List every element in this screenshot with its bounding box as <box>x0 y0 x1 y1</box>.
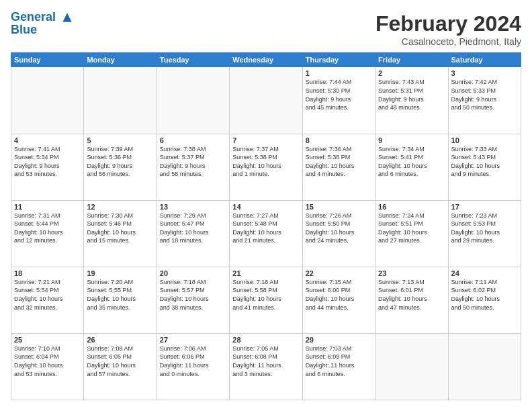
page: General Blue February 2024 Casalnoceto, … <box>0 0 532 411</box>
day-header-tuesday: Tuesday <box>157 53 229 67</box>
calendar-subtitle: Casalnoceto, Piedmont, Italy <box>375 36 521 47</box>
calendar-cell: 13Sunrise: 7:29 AMSunset: 5:47 PMDayligh… <box>157 200 229 267</box>
day-number: 18 <box>14 269 81 277</box>
week-row-2: 11Sunrise: 7:31 AMSunset: 5:44 PMDayligh… <box>11 200 521 267</box>
day-info: Sunrise: 7:41 AMSunset: 5:34 PMDaylight:… <box>14 145 81 179</box>
day-number: 16 <box>378 203 445 211</box>
calendar-cell <box>375 333 448 400</box>
calendar-cell: 25Sunrise: 7:10 AMSunset: 6:04 PMDayligh… <box>11 333 84 400</box>
calendar-cell: 15Sunrise: 7:26 AMSunset: 5:50 PMDayligh… <box>302 200 375 267</box>
calendar-cell: 26Sunrise: 7:08 AMSunset: 6:05 PMDayligh… <box>84 333 157 400</box>
day-info: Sunrise: 7:24 AMSunset: 5:51 PMDaylight:… <box>378 212 445 245</box>
day-number: 28 <box>232 336 299 344</box>
day-number: 21 <box>232 269 299 277</box>
logo-blue: Blue <box>11 23 74 37</box>
day-number: 26 <box>87 336 153 344</box>
day-info: Sunrise: 7:16 AMSunset: 5:58 PMDaylight:… <box>232 278 299 312</box>
title-block: February 2024 Casalnoceto, Piedmont, Ita… <box>375 11 521 47</box>
day-header-wednesday: Wednesday <box>230 53 302 67</box>
logo-text: General <box>11 11 74 24</box>
calendar-cell: 6Sunrise: 7:38 AMSunset: 5:37 PMDaylight… <box>157 134 229 200</box>
day-info: Sunrise: 7:43 AMSunset: 5:31 PMDaylight:… <box>378 78 445 111</box>
calendar-cell <box>448 333 521 400</box>
day-number: 23 <box>378 269 445 277</box>
day-info: Sunrise: 7:20 AMSunset: 5:55 PMDaylight:… <box>87 278 153 312</box>
calendar-cell: 28Sunrise: 7:05 AMSunset: 6:08 PMDayligh… <box>230 333 302 400</box>
calendar-title: February 2024 <box>375 11 521 36</box>
calendar-cell: 23Sunrise: 7:13 AMSunset: 6:01 PMDayligh… <box>375 267 448 333</box>
day-info: Sunrise: 7:36 AMSunset: 5:38 PMDaylight:… <box>306 145 372 179</box>
calendar-cell: 19Sunrise: 7:20 AMSunset: 5:55 PMDayligh… <box>84 267 157 333</box>
week-row-1: 4Sunrise: 7:41 AMSunset: 5:34 PMDaylight… <box>11 134 521 200</box>
day-info: Sunrise: 7:42 AMSunset: 5:33 PMDaylight:… <box>451 78 518 111</box>
week-row-3: 18Sunrise: 7:21 AMSunset: 5:54 PMDayligh… <box>11 267 521 333</box>
day-info: Sunrise: 7:11 AMSunset: 6:02 PMDaylight:… <box>451 278 518 312</box>
calendar-cell: 16Sunrise: 7:24 AMSunset: 5:51 PMDayligh… <box>375 200 448 267</box>
day-number: 22 <box>306 269 372 277</box>
week-row-0: 1Sunrise: 7:44 AMSunset: 5:30 PMDaylight… <box>11 67 521 134</box>
day-info: Sunrise: 7:10 AMSunset: 6:04 PMDaylight:… <box>14 345 81 378</box>
logo: General Blue <box>11 11 74 37</box>
calendar-cell <box>84 67 157 134</box>
day-info: Sunrise: 7:13 AMSunset: 6:01 PMDaylight:… <box>378 278 445 312</box>
calendar-cell: 14Sunrise: 7:27 AMSunset: 5:48 PMDayligh… <box>230 200 302 267</box>
day-number: 4 <box>14 136 81 144</box>
calendar-cell: 2Sunrise: 7:43 AMSunset: 5:31 PMDaylight… <box>375 67 448 134</box>
day-number: 24 <box>451 269 518 277</box>
day-info: Sunrise: 7:05 AMSunset: 6:08 PMDaylight:… <box>232 345 299 378</box>
day-info: Sunrise: 7:33 AMSunset: 5:43 PMDaylight:… <box>451 145 518 179</box>
day-info: Sunrise: 7:21 AMSunset: 5:54 PMDaylight:… <box>14 278 81 312</box>
day-number: 25 <box>14 336 81 344</box>
calendar-cell: 4Sunrise: 7:41 AMSunset: 5:34 PMDaylight… <box>11 134 84 200</box>
calendar-cell: 20Sunrise: 7:18 AMSunset: 5:57 PMDayligh… <box>157 267 229 333</box>
calendar-cell: 12Sunrise: 7:30 AMSunset: 5:46 PMDayligh… <box>84 200 157 267</box>
day-info: Sunrise: 7:23 AMSunset: 5:53 PMDaylight:… <box>451 212 518 245</box>
day-number: 3 <box>451 69 518 77</box>
day-info: Sunrise: 7:06 AMSunset: 6:06 PMDaylight:… <box>160 345 226 378</box>
day-number: 6 <box>160 136 226 144</box>
day-number: 29 <box>306 336 372 344</box>
calendar-cell: 24Sunrise: 7:11 AMSunset: 6:02 PMDayligh… <box>448 267 521 333</box>
day-number: 11 <box>14 203 81 211</box>
calendar-cell: 18Sunrise: 7:21 AMSunset: 5:54 PMDayligh… <box>11 267 84 333</box>
calendar-cell: 27Sunrise: 7:06 AMSunset: 6:06 PMDayligh… <box>157 333 229 400</box>
day-info: Sunrise: 7:15 AMSunset: 6:00 PMDaylight:… <box>306 278 372 312</box>
day-info: Sunrise: 7:18 AMSunset: 5:57 PMDaylight:… <box>160 278 226 312</box>
day-header-sunday: Sunday <box>11 53 84 67</box>
day-number: 12 <box>87 203 153 211</box>
calendar-cell: 29Sunrise: 7:03 AMSunset: 6:09 PMDayligh… <box>302 333 375 400</box>
day-info: Sunrise: 7:08 AMSunset: 6:05 PMDaylight:… <box>87 345 153 378</box>
day-header-saturday: Saturday <box>448 53 521 67</box>
calendar-cell: 5Sunrise: 7:39 AMSunset: 5:36 PMDaylight… <box>84 134 157 200</box>
day-info: Sunrise: 7:03 AMSunset: 6:09 PMDaylight:… <box>306 345 372 378</box>
day-number: 27 <box>160 336 226 344</box>
day-number: 1 <box>306 69 372 77</box>
calendar-cell: 11Sunrise: 7:31 AMSunset: 5:44 PMDayligh… <box>11 200 84 267</box>
calendar-cell <box>11 67 84 134</box>
calendar-cell: 21Sunrise: 7:16 AMSunset: 5:58 PMDayligh… <box>230 267 302 333</box>
calendar-table: SundayMondayTuesdayWednesdayThursdayFrid… <box>11 52 521 400</box>
calendar-cell: 22Sunrise: 7:15 AMSunset: 6:00 PMDayligh… <box>302 267 375 333</box>
calendar-cell: 17Sunrise: 7:23 AMSunset: 5:53 PMDayligh… <box>448 200 521 267</box>
day-info: Sunrise: 7:34 AMSunset: 5:41 PMDaylight:… <box>378 145 445 179</box>
day-number: 17 <box>451 203 518 211</box>
day-info: Sunrise: 7:44 AMSunset: 5:30 PMDaylight:… <box>306 78 372 111</box>
day-number: 7 <box>232 136 299 144</box>
day-number: 20 <box>160 269 226 277</box>
day-number: 10 <box>451 136 518 144</box>
svg-marker-0 <box>62 13 71 22</box>
day-info: Sunrise: 7:38 AMSunset: 5:37 PMDaylight:… <box>160 145 226 179</box>
calendar-cell: 8Sunrise: 7:36 AMSunset: 5:38 PMDaylight… <box>302 134 375 200</box>
day-number: 14 <box>232 203 299 211</box>
calendar-cell: 7Sunrise: 7:37 AMSunset: 5:38 PMDaylight… <box>230 134 302 200</box>
day-number: 15 <box>306 203 372 211</box>
day-info: Sunrise: 7:29 AMSunset: 5:47 PMDaylight:… <box>160 212 226 245</box>
day-number: 19 <box>87 269 153 277</box>
day-number: 2 <box>378 69 445 77</box>
day-number: 8 <box>306 136 372 144</box>
calendar-cell: 3Sunrise: 7:42 AMSunset: 5:33 PMDaylight… <box>448 67 521 134</box>
day-info: Sunrise: 7:26 AMSunset: 5:50 PMDaylight:… <box>306 212 372 245</box>
day-number: 9 <box>378 136 445 144</box>
day-info: Sunrise: 7:27 AMSunset: 5:48 PMDaylight:… <box>232 212 299 245</box>
week-row-4: 25Sunrise: 7:10 AMSunset: 6:04 PMDayligh… <box>11 333 521 400</box>
